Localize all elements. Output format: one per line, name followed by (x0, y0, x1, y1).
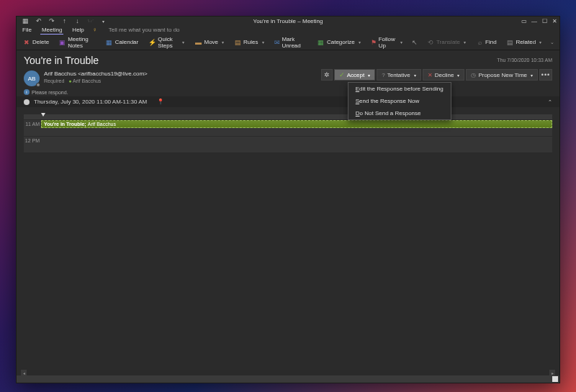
close-button[interactable]: ✕ (549, 17, 559, 25)
flag-icon: ⚑ (371, 39, 377, 46)
window-title: You're in Trouble – Meeting (253, 18, 323, 24)
organizer-row: AB Arif Bacchus <arifbacchus19@live.com>… (17, 69, 559, 89)
scroll-right-icon[interactable]: ▸ (549, 370, 555, 375)
tell-me-search[interactable]: Tell me what you want to do (109, 27, 180, 33)
menu-file[interactable]: File (21, 26, 33, 34)
more-actions-button[interactable]: ••• (539, 69, 552, 81)
up-arrow-icon[interactable]: ↑ (61, 18, 68, 24)
qat-dropdown-icon[interactable]: ▾ (100, 18, 107, 24)
meeting-when: Thursday, July 30, 2020 11:00 AM-11:30 A… (34, 99, 147, 105)
status-bar (17, 375, 559, 383)
accept-dropdown: Edit the Response before Sending Send th… (348, 82, 451, 120)
timeline-row-11am: 11 AM You're in Trouble; Arif Bacchus (24, 120, 552, 137)
required-line: Required ● Arif Bacchus (44, 78, 148, 84)
dd-edit-response[interactable]: Edit the Response before Sending (348, 83, 451, 95)
location-pin-icon: 📍 (157, 99, 164, 105)
accept-button[interactable]: ✓ Accept ▾ Edit the Response before Send… (334, 69, 375, 81)
collapse-chevron-icon[interactable]: ⌃ (548, 99, 552, 105)
ribbon-chevron-icon[interactable]: ⌄ (549, 39, 555, 46)
clock-icon: ◷ (471, 72, 476, 78)
menu-bar: File Meeting Help ♀ Tell me what you wan… (17, 25, 559, 35)
quick-access-toolbar: ▦ ↶ ↷ ↑ ↓ ☞ ▾ (17, 18, 107, 24)
move-button[interactable]: ▬Move (192, 37, 226, 47)
lightbulb-icon: ♀ (93, 27, 97, 33)
down-arrow-icon[interactable]: ↓ (74, 18, 81, 24)
touch-mode-icon[interactable]: ☞ (87, 18, 94, 24)
chevron-down-icon: ▾ (531, 73, 533, 78)
meeting-subject: You're in Trouble (17, 50, 559, 69)
redo-icon[interactable]: ↷ (48, 18, 55, 24)
cursor-icon: ↖ (412, 39, 418, 46)
propose-time-button[interactable]: ◷Propose New Time▾ (466, 69, 538, 81)
tentative-button[interactable]: ?Tentative▾ (377, 69, 420, 81)
x-icon: ✕ (428, 72, 433, 78)
delete-button[interactable]: ✖Delete (21, 37, 51, 47)
timeline-row-12pm: 12 PM (24, 137, 552, 153)
related-button[interactable]: ▤Related (505, 37, 544, 47)
menu-help[interactable]: Help (71, 26, 85, 34)
rules-button[interactable]: ▤Rules (232, 37, 266, 47)
timeline-body[interactable]: You're in Trouble; Arif Bacchus (41, 120, 552, 136)
onenote-icon: ▣ (59, 39, 66, 46)
chevron-down-icon: ▾ (457, 73, 459, 78)
folder-icon: ▬ (194, 39, 202, 46)
please-respond-row: i Please respond. (17, 89, 559, 96)
quick-steps-button[interactable]: ⚡Quick Steps (146, 35, 186, 50)
avatar[interactable]: AB (24, 70, 40, 86)
categorize-button[interactable]: ▦Categorize (315, 37, 363, 47)
ribbon-toolbar: ✖Delete ▣Meeting Notes ▦Calendar ⚡Quick … (17, 35, 559, 50)
save-icon[interactable]: ▦ (22, 18, 29, 24)
menu-meeting[interactable]: Meeting (40, 26, 63, 35)
mark-unread-button[interactable]: ✉Mark Unread (272, 35, 310, 50)
presence-indicator (36, 83, 40, 87)
calendar-button[interactable]: ▦Calendar (104, 37, 140, 47)
timeline-body[interactable] (41, 137, 552, 152)
settings-button[interactable]: ✲ (321, 69, 333, 81)
organizer-info: Arif Bacchus <arifbacchus19@live.com> Re… (44, 70, 148, 84)
time-label: 12 PM (24, 137, 41, 152)
clock-solid-icon (24, 99, 30, 105)
decline-button[interactable]: ✕Decline▾ (423, 69, 465, 81)
organizer-name: Arif Bacchus <arifbacchus19@live.com> (44, 70, 148, 78)
minimize-button[interactable]: — (529, 17, 539, 25)
timeline-ruler (24, 114, 552, 120)
gear-icon: ✲ (324, 71, 330, 78)
delete-icon: ✖ (23, 39, 30, 46)
ribbon-options-icon[interactable]: ▭ (519, 17, 529, 25)
translate-button: ⟲Translate (425, 37, 468, 47)
time-label: 11 AM (24, 120, 41, 136)
categorize-icon: ▦ (318, 39, 325, 46)
current-time-marker (41, 113, 45, 117)
translate-icon: ⟲ (427, 39, 434, 46)
info-icon: i (24, 89, 30, 95)
rules-icon: ▤ (234, 39, 241, 46)
dd-dont-send[interactable]: Do Not Send a Response (348, 107, 451, 119)
window-controls: ▭ — ☐ ✕ (519, 17, 559, 25)
horizontal-scrollbar[interactable]: ◂ ▸ (21, 370, 555, 375)
ellipsis-icon: ••• (541, 71, 550, 78)
datetime-row: Thursday, July 30, 2020 11:00 AM-11:30 A… (17, 96, 559, 107)
title-bar: ▦ ↶ ↷ ↑ ↓ ☞ ▾ You're in Trouble – Meetin… (17, 17, 559, 25)
chevron-down-icon: ▾ (414, 73, 416, 78)
resize-grip[interactable] (552, 376, 558, 382)
find-button[interactable]: ⌕Find (474, 37, 499, 47)
maximize-button[interactable]: ☐ (539, 17, 549, 25)
question-icon: ? (382, 72, 384, 78)
scroll-left-icon[interactable]: ◂ (21, 370, 27, 375)
follow-up-button[interactable]: ⚑Follow Up (369, 35, 405, 50)
app-window: ▦ ↶ ↷ ↑ ↓ ☞ ▾ You're in Trouble – Meetin… (16, 16, 560, 383)
search-icon: ⌕ (476, 39, 483, 46)
chevron-down-icon: ▾ (368, 73, 370, 78)
meeting-notes-button[interactable]: ▣Meeting Notes (57, 35, 98, 50)
avatar-initials: AB (28, 76, 36, 82)
dd-send-now[interactable]: Send the Response Now (348, 95, 451, 107)
undo-icon[interactable]: ↶ (35, 18, 42, 24)
check-icon: ✓ (339, 71, 345, 78)
response-buttons: ✲ ✓ Accept ▾ Edit the Response before Se… (321, 69, 552, 81)
lightning-icon: ⚡ (148, 39, 156, 46)
calendar-icon: ▦ (106, 39, 113, 46)
presence-dot-icon: ● (68, 78, 71, 83)
received-time: Thu 7/30/2020 10:33 AM (497, 58, 552, 63)
envelope-icon: ✉ (274, 39, 280, 46)
calendar-event[interactable]: You're in Trouble; Arif Bacchus (41, 120, 552, 128)
